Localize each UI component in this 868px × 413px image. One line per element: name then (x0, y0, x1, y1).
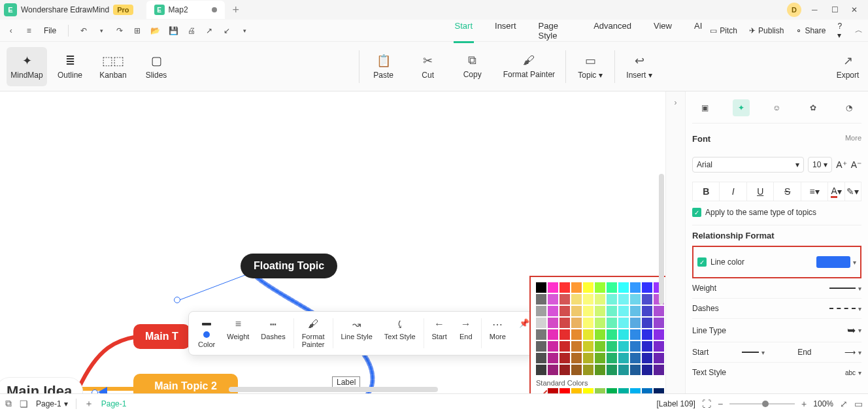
align-button[interactable]: ≡▾ (801, 182, 828, 201)
add-page-icon[interactable]: ＋ (84, 398, 93, 410)
color-swatch[interactable] (618, 329, 629, 340)
minimize-button[interactable]: ─ (812, 5, 821, 14)
add-tab-button[interactable]: + (233, 3, 240, 17)
export-icon[interactable]: ↗ (203, 25, 214, 37)
highlight-button[interactable]: ✎▾ (845, 182, 861, 201)
color-swatch[interactable] (630, 365, 641, 375)
color-swatch[interactable] (559, 306, 570, 316)
color-swatch[interactable] (571, 282, 582, 293)
zoom-out-icon[interactable]: − (718, 399, 723, 409)
color-swatch[interactable] (642, 388, 652, 393)
color-swatch[interactable] (595, 282, 605, 293)
color-swatch[interactable] (630, 318, 641, 328)
ft-weight[interactable]: ≡Weight (222, 316, 254, 343)
floating-topic[interactable]: Floating Topic (241, 254, 337, 278)
color-swatch[interactable] (536, 294, 546, 305)
color-swatch[interactable] (642, 329, 652, 340)
insert-button[interactable]: ↩Insert ▾ (626, 54, 653, 80)
ft-more[interactable]: ⋯More (484, 316, 511, 343)
rp-tab-history[interactable]: ◔ (841, 99, 858, 116)
tab-start[interactable]: Start (454, 18, 474, 43)
color-swatch[interactable] (630, 388, 641, 393)
rp-tab-clipart[interactable]: ✿ (805, 99, 822, 116)
zoom-value[interactable]: 100% (813, 399, 833, 408)
color-swatch[interactable] (571, 341, 582, 352)
color-swatch[interactable] (583, 318, 593, 328)
color-swatch[interactable] (618, 365, 629, 375)
color-swatch[interactable] (618, 341, 629, 352)
color-swatch[interactable] (571, 329, 582, 340)
color-swatch[interactable] (583, 306, 593, 316)
color-swatch[interactable] (583, 388, 593, 393)
close-button[interactable]: ✕ (851, 5, 860, 14)
vertical-scrollbar[interactable] (659, 174, 664, 305)
color-swatch[interactable] (654, 353, 664, 363)
export-button[interactable]: ↗Export (834, 54, 861, 80)
color-swatch[interactable] (654, 341, 664, 352)
color-swatch[interactable] (595, 294, 605, 305)
ft-color[interactable]: Color (193, 316, 220, 351)
color-swatch[interactable] (607, 318, 617, 328)
horizontal-scrollbar[interactable] (229, 387, 438, 392)
line-type-select[interactable]: ➥▾ (847, 324, 861, 337)
topic-button[interactable]: ▭Topic ▾ (576, 54, 604, 80)
color-swatch[interactable] (642, 318, 652, 328)
color-swatch[interactable] (607, 353, 617, 363)
color-swatch[interactable] (642, 282, 652, 293)
color-swatch[interactable] (536, 353, 546, 363)
file-menu[interactable]: File (41, 25, 59, 37)
color-swatch[interactable] (630, 282, 641, 293)
color-swatch[interactable] (654, 365, 664, 375)
right-panel-collapse[interactable]: › (665, 91, 685, 393)
color-swatch[interactable] (642, 353, 652, 363)
share-button[interactable]: ⚬ Share (795, 26, 826, 35)
zoom-slider[interactable] (729, 403, 795, 405)
cut-button[interactable]: ✂Cut (414, 54, 442, 80)
color-swatch[interactable] (607, 365, 617, 375)
color-swatch[interactable] (559, 365, 570, 375)
presentation-icon[interactable]: ▭ (854, 399, 863, 409)
tab-advanced[interactable]: Advanced (592, 18, 633, 43)
rp-tab-topic[interactable]: ▣ (697, 99, 714, 116)
line-color-select[interactable]: ▾ (816, 256, 856, 268)
fullscreen-icon[interactable]: ⤢ (840, 399, 848, 409)
color-swatch[interactable] (630, 294, 641, 305)
publish-button[interactable]: ✈ Publish (749, 26, 784, 35)
color-swatch[interactable] (618, 282, 629, 293)
color-swatch[interactable] (583, 365, 593, 375)
color-swatch[interactable] (583, 353, 593, 363)
color-swatch[interactable] (607, 341, 617, 352)
color-swatch[interactable] (583, 329, 593, 340)
dashes-select[interactable]: ▾ (829, 305, 861, 312)
color-swatch[interactable] (571, 365, 582, 375)
color-swatch[interactable] (571, 306, 582, 316)
color-swatch[interactable] (607, 282, 617, 293)
start-arrow-select[interactable]: ▾ (742, 349, 765, 356)
color-swatch[interactable] (548, 318, 558, 328)
ft-text-style[interactable]: ⤹Text Style (379, 316, 421, 343)
font-size-select[interactable]: 10▾ (808, 157, 832, 173)
undo-dd-icon[interactable]: ▾ (96, 25, 107, 37)
paste-button[interactable]: 📋Paste (370, 54, 397, 80)
redo-icon[interactable]: ↷ (114, 25, 125, 37)
color-swatch[interactable] (595, 353, 605, 363)
font-family-select[interactable]: Arial▾ (692, 157, 804, 173)
import-icon[interactable]: ↙ (222, 25, 233, 37)
color-swatch[interactable] (536, 306, 546, 316)
copy-button[interactable]: ⧉Copy (459, 54, 486, 80)
undo-icon[interactable]: ↶ (78, 25, 89, 37)
apply-same-checkbox[interactable]: ✓ (692, 208, 701, 217)
outline-toggle-icon[interactable]: ⧉ (5, 398, 12, 409)
color-swatch[interactable] (548, 306, 558, 316)
color-swatch[interactable] (583, 341, 593, 352)
color-swatch[interactable] (642, 365, 652, 375)
color-swatch[interactable] (654, 329, 664, 340)
color-swatch[interactable] (642, 306, 652, 316)
new-icon[interactable]: ⊞ (132, 25, 143, 37)
underline-button[interactable]: U (747, 182, 774, 201)
italic-button[interactable]: I (720, 182, 746, 201)
color-swatch[interactable] (548, 282, 558, 293)
color-swatch[interactable] (630, 353, 641, 363)
color-swatch[interactable] (583, 282, 593, 293)
tab-page-style[interactable]: Page Style (537, 18, 573, 43)
